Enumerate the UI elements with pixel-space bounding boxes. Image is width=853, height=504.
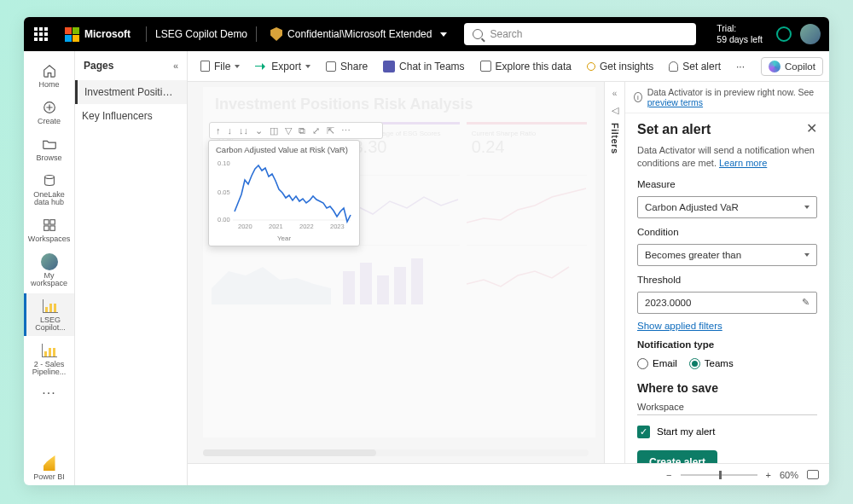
trial-status[interactable]: Trial: 59 days left (708, 23, 771, 44)
banner-text: Data Activator is in preview right now. … (647, 87, 815, 97)
filter-icon[interactable]: ▽ (282, 125, 294, 136)
edit-icon[interactable]: ✎ (802, 297, 809, 308)
svg-rect-7 (360, 263, 372, 304)
user-avatar[interactable] (800, 24, 821, 44)
learn-more-link[interactable]: Learn more (719, 158, 767, 168)
create-alert-button[interactable]: Create alert (637, 450, 717, 463)
nav-sales-pipeline[interactable]: 2 - Sales Pipeline... (24, 338, 74, 380)
more-icon: ··· (736, 61, 745, 72)
start-alert-checkbox[interactable]: ✓ Start my alert (637, 426, 817, 438)
focused-visual[interactable]: ↑ ↓ ↓↓ ⌄ ◫ ▽ ⧉ ⤢ ⇱ ⋯ Carbon Adjusted Val… (208, 140, 360, 246)
expand-icon[interactable]: « (612, 89, 618, 98)
copy-icon[interactable]: ⧉ (296, 125, 308, 136)
drill-down-icon[interactable]: ↓ (225, 125, 235, 136)
toolbar-label: Export (271, 61, 301, 72)
report-canvas[interactable]: Investment Positions Risk Analysis Carbo… (188, 82, 604, 463)
brand-text: Microsoft (84, 28, 131, 40)
workspace-title[interactable]: LSEG Copilot Demo (155, 28, 247, 40)
svg-rect-5 (49, 226, 54, 230)
nav-workspaces[interactable]: Workspaces (24, 212, 74, 247)
preview-terms-link[interactable]: preview terms (647, 97, 703, 107)
nav-rail: Home Create Browse OneLake data hub Work… (24, 51, 75, 485)
nav-label: Home (38, 81, 59, 89)
nav-home[interactable]: Home (24, 58, 74, 93)
export-menu[interactable]: Export (249, 57, 316, 76)
nav-browse[interactable]: Browse (24, 131, 74, 166)
set-alert-button[interactable]: Set alert (663, 57, 727, 76)
zoom-slider[interactable] (681, 474, 757, 476)
expand-icon[interactable]: ↓↓ (236, 125, 251, 136)
mini-chart (467, 245, 587, 304)
file-menu[interactable]: File (194, 57, 246, 76)
zoom-out-button[interactable]: − (666, 470, 671, 480)
filter-funnel-icon: ◁ (612, 105, 618, 116)
hierarchy-icon[interactable]: ⌄ (252, 125, 265, 136)
horizontal-scrollbar[interactable] (203, 449, 589, 456)
threshold-input[interactable]: 2023.0000 ✎ (637, 292, 817, 314)
share-icon (326, 61, 336, 72)
radio-label: Email (653, 358, 677, 368)
status-bar: − + 60% (188, 463, 829, 485)
help-icon[interactable] (776, 26, 792, 42)
zoom-in-button[interactable]: + (766, 470, 771, 480)
nav-label: My workspace (26, 272, 73, 287)
toolbar-label: Set alert (682, 61, 721, 72)
page-item-key-influencers[interactable]: Key Influencers (75, 104, 187, 128)
focus-icon[interactable]: ⤢ (310, 125, 322, 136)
page-item-investment[interactable]: Investment Positions Ri... (75, 80, 187, 104)
nav-more[interactable]: ... (24, 382, 74, 397)
drill-through-icon[interactable]: ◫ (267, 125, 281, 136)
radio-email[interactable]: Email (637, 358, 677, 369)
svg-rect-2 (44, 220, 48, 224)
kpi-card: Current Sharpe Ratio0.24 (467, 122, 587, 170)
measure-select[interactable]: Carbon Adjusted VaR (637, 196, 817, 218)
filters-pane-collapsed[interactable]: « ◁ Filters (604, 82, 624, 463)
svg-rect-6 (343, 271, 355, 304)
main-area: File Export Share Chat in Teams Explore … (188, 51, 829, 485)
drill-up-icon[interactable]: ↑ (213, 125, 223, 136)
fit-to-page-icon[interactable] (807, 470, 819, 479)
nav-onelake[interactable]: OneLake data hub (24, 168, 74, 211)
mini-chart (339, 245, 459, 304)
share-button[interactable]: Share (320, 57, 374, 76)
nav-powerbi[interactable]: Power BI (24, 450, 74, 485)
toolbar-label: Share (340, 61, 368, 72)
close-icon[interactable]: ✕ (806, 122, 817, 136)
copilot-button[interactable]: Copilot (761, 57, 823, 76)
where-to-save-header: Where to save (637, 381, 817, 395)
show-filters-link[interactable]: Show applied filters (637, 321, 722, 331)
explore-button[interactable]: Explore this data (474, 57, 577, 76)
trial-days: 59 days left (717, 34, 763, 45)
measure-label: Measure (637, 179, 817, 189)
toolbar-label: Explore this data (496, 61, 572, 72)
nav-lseg-copilot[interactable]: LSEG Copilot... (24, 293, 74, 336)
plus-circle-icon (41, 99, 58, 116)
chat-teams-button[interactable]: Chat in Teams (377, 57, 470, 76)
nav-my-workspace[interactable]: My workspace (24, 249, 74, 292)
condition-select[interactable]: Becomes greater than (637, 244, 817, 266)
svg-text:2022: 2022 (299, 223, 314, 230)
svg-rect-4 (44, 226, 48, 230)
nav-label: Power BI (33, 473, 65, 481)
svg-point-1 (44, 176, 54, 179)
radio-teams[interactable]: Teams (689, 358, 734, 369)
more-icon[interactable]: ⋯ (339, 125, 353, 136)
workspace-label: Workspace (637, 402, 817, 415)
toolbar-label: Copilot (785, 61, 815, 72)
report-title: Investment Positions Risk Analysis (203, 87, 595, 122)
search-icon (473, 29, 483, 39)
bell-icon (669, 61, 678, 72)
divider (256, 26, 257, 42)
zoom-value[interactable]: 60% (780, 470, 798, 480)
microsoft-logo: Microsoft (58, 27, 137, 42)
sensitivity-label[interactable]: Confidential\Microsoft Extended (265, 27, 452, 41)
collapse-icon[interactable]: « (173, 61, 178, 71)
app-launcher-icon[interactable] (24, 27, 58, 41)
nav-create[interactable]: Create (24, 95, 74, 130)
more-button[interactable]: ··· (730, 57, 751, 76)
toolbar-label: Get insights (600, 61, 653, 72)
set-alert-pane: i Data Activator is in preview right now… (624, 82, 829, 463)
search-input[interactable]: Search (464, 23, 696, 45)
insights-button[interactable]: Get insights (581, 57, 659, 76)
pin-icon[interactable]: ⇱ (324, 125, 337, 136)
